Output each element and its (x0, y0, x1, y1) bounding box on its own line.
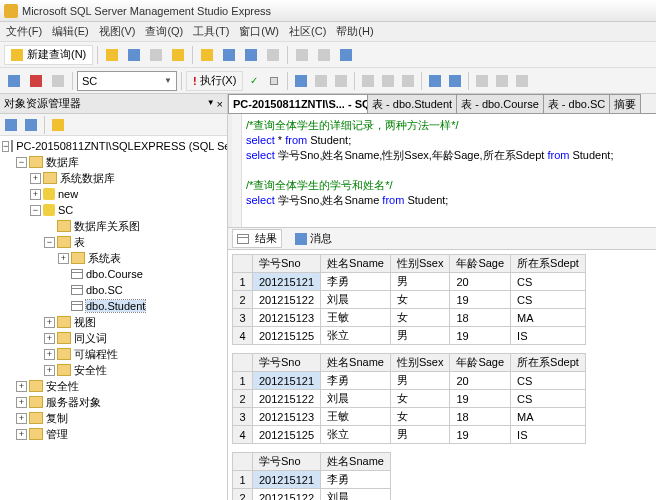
tree-programmability[interactable]: +可编程性 (0, 346, 227, 362)
tb-grid-icon[interactable] (379, 72, 397, 90)
oe-connect-icon[interactable] (2, 116, 20, 134)
tb-plan-icon[interactable] (292, 72, 310, 90)
tb-prop-icon[interactable] (263, 45, 283, 65)
tree-tbl-student[interactable]: dbo.Student (0, 298, 227, 314)
expand-icon[interactable]: + (44, 349, 55, 360)
expand-icon[interactable]: + (44, 317, 55, 328)
result-grid-1[interactable]: 学号Sno姓名Sname性别Ssex年龄Sage所在系Sdept12012151… (232, 254, 586, 345)
expand-icon[interactable]: + (30, 173, 41, 184)
tab-query[interactable]: PC-20150811ZNTI\S... - SQLQuery1.sql* (228, 94, 368, 113)
folder-icon (29, 412, 43, 424)
tb-uncomment-icon[interactable] (446, 72, 464, 90)
tb-connect-icon[interactable] (4, 71, 24, 91)
dropdown-icon[interactable]: ▼ (207, 98, 215, 110)
stop-button[interactable] (265, 72, 283, 90)
tb-disconnect-icon[interactable] (26, 71, 46, 91)
collapse-icon[interactable]: − (2, 141, 9, 152)
tree-synonyms[interactable]: +同义词 (0, 330, 227, 346)
tb-opts-icon[interactable] (513, 72, 531, 90)
menu-file[interactable]: 文件(F) (6, 24, 42, 39)
new-query-button[interactable]: 新建查询(N) (4, 45, 93, 65)
tb-list-icon[interactable] (292, 45, 312, 65)
tb-db-icon[interactable] (168, 45, 188, 65)
tree-replication[interactable]: +复制 (0, 410, 227, 426)
tb-indent-icon[interactable] (473, 72, 491, 90)
menu-window[interactable]: 窗口(W) (239, 24, 279, 39)
tree-tbl-sc[interactable]: dbo.SC (0, 282, 227, 298)
tree-tables[interactable]: −表 (0, 234, 227, 250)
menu-query[interactable]: 查询(Q) (145, 24, 183, 39)
tb-open-icon[interactable] (102, 45, 122, 65)
folder-icon (29, 156, 43, 168)
menu-tools[interactable]: 工具(T) (193, 24, 229, 39)
tb-outdent-icon[interactable] (493, 72, 511, 90)
tree-tbl-course[interactable]: dbo.Course (0, 266, 227, 282)
tab-messages[interactable]: 消息 (290, 229, 337, 248)
tb-win-icon[interactable] (314, 45, 334, 65)
menu-edit[interactable]: 编辑(E) (52, 24, 89, 39)
tab-student[interactable]: 表 - dbo.Student (367, 94, 457, 113)
expand-icon[interactable]: + (16, 381, 27, 392)
folder-icon (71, 252, 85, 264)
menu-community[interactable]: 社区(C) (289, 24, 326, 39)
tb-save2-icon[interactable] (219, 45, 239, 65)
tree-db-sc[interactable]: −SC (0, 202, 227, 218)
tree-server[interactable]: −PC-20150811ZNTI\SQLEXPRESS (SQL Ser (0, 138, 227, 154)
tb-table-icon[interactable] (146, 45, 166, 65)
database-combo[interactable]: SC ▼ (77, 71, 177, 91)
grid-icon (237, 234, 249, 244)
result-grid-2[interactable]: 学号Sno姓名Sname性别Ssex年龄Sage所在系Sdept12012151… (232, 353, 586, 444)
tree-security-db[interactable]: +安全性 (0, 362, 227, 378)
expand-icon[interactable]: + (44, 365, 55, 376)
expand-icon[interactable]: + (58, 253, 69, 264)
menu-view[interactable]: 视图(V) (99, 24, 136, 39)
tb-comment-icon[interactable] (426, 72, 444, 90)
tb-text-icon[interactable] (359, 72, 377, 90)
oe-refresh-icon[interactable] (22, 116, 40, 134)
server-icon (11, 140, 13, 152)
result-grid-3[interactable]: 学号Sno姓名Sname1201215121李勇2201215122刘晨3201… (232, 452, 391, 500)
tree-management[interactable]: +管理 (0, 426, 227, 442)
tree-systables[interactable]: +系统表 (0, 250, 227, 266)
tb-save-icon[interactable] (124, 45, 144, 65)
tb-actual-icon[interactable] (332, 72, 350, 90)
object-tree[interactable]: −PC-20150811ZNTI\SQLEXPRESS (SQL Ser −数据… (0, 136, 227, 500)
tb-open2-icon[interactable] (197, 45, 217, 65)
sql-editor[interactable]: /*查询全体学生的详细记录，两种方法一样*/ select * from Stu… (228, 114, 656, 227)
expand-icon[interactable]: + (44, 333, 55, 344)
expand-icon[interactable]: + (16, 413, 27, 424)
collapse-icon[interactable]: − (30, 205, 41, 216)
expand-icon[interactable]: + (16, 397, 27, 408)
tree-sysdb[interactable]: +系统数据库 (0, 170, 227, 186)
execute-button[interactable]: ! 执行(X) (186, 71, 243, 91)
tree-views[interactable]: +视图 (0, 314, 227, 330)
tree-db-new[interactable]: +new (0, 186, 227, 202)
document-tabs: PC-20150811ZNTI\S... - SQLQuery1.sql* 表 … (228, 94, 656, 114)
folder-icon (29, 380, 43, 392)
tb-saveall-icon[interactable] (241, 45, 261, 65)
title-bar: Microsoft SQL Server Management Studio E… (0, 0, 656, 22)
expand-icon[interactable]: + (16, 429, 27, 440)
object-explorer-toolbar (0, 114, 227, 136)
tab-course[interactable]: 表 - dbo.Course (456, 94, 544, 113)
expand-icon[interactable]: + (30, 189, 41, 200)
tree-databases[interactable]: −数据库 (0, 154, 227, 170)
folder-icon (57, 364, 71, 376)
close-icon[interactable]: × (217, 98, 223, 110)
collapse-icon[interactable]: − (44, 237, 55, 248)
parse-button[interactable]: ✓ (245, 72, 263, 90)
collapse-icon[interactable]: − (16, 157, 27, 168)
tb-change-icon[interactable] (48, 71, 68, 91)
menu-help[interactable]: 帮助(H) (336, 24, 373, 39)
tab-summary[interactable]: 摘要 (609, 94, 641, 113)
tab-sc[interactable]: 表 - dbo.SC (543, 94, 610, 113)
tree-diagrams[interactable]: 数据库关系图 (0, 218, 227, 234)
tree-security[interactable]: +安全性 (0, 378, 227, 394)
folder-icon (57, 332, 71, 344)
tab-results[interactable]: 结果 (232, 229, 282, 248)
oe-filter-icon[interactable] (49, 116, 67, 134)
tb-help-icon[interactable] (336, 45, 356, 65)
tb-file-icon[interactable] (399, 72, 417, 90)
tb-stats-icon[interactable] (312, 72, 330, 90)
tree-server-objects[interactable]: +服务器对象 (0, 394, 227, 410)
